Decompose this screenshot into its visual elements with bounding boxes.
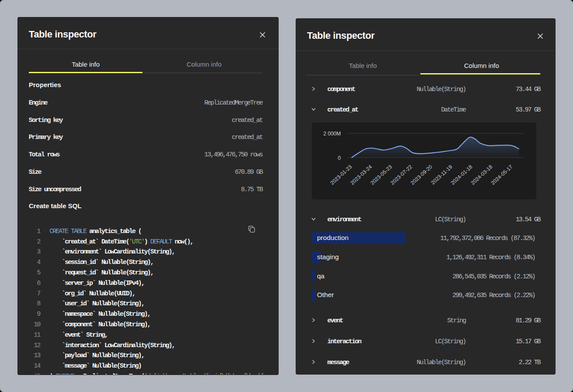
svg-text:2024-01-18: 2024-01-18 — [450, 163, 474, 186]
svg-text:2023-03-24: 2023-03-24 — [349, 163, 373, 186]
svg-text:2 000M: 2 000M — [323, 131, 341, 137]
svg-text:2024-03-18: 2024-03-18 — [470, 163, 494, 186]
svg-text:2024-05-17: 2024-05-17 — [490, 163, 514, 186]
svg-text:2023-01-23: 2023-01-23 — [329, 163, 353, 186]
svg-text:2023-07-22: 2023-07-22 — [389, 163, 413, 186]
svg-text:2023-09-20: 2023-09-20 — [409, 163, 433, 186]
svg-text:2023-05-23: 2023-05-23 — [369, 163, 393, 186]
svg-text:0: 0 — [338, 155, 341, 161]
